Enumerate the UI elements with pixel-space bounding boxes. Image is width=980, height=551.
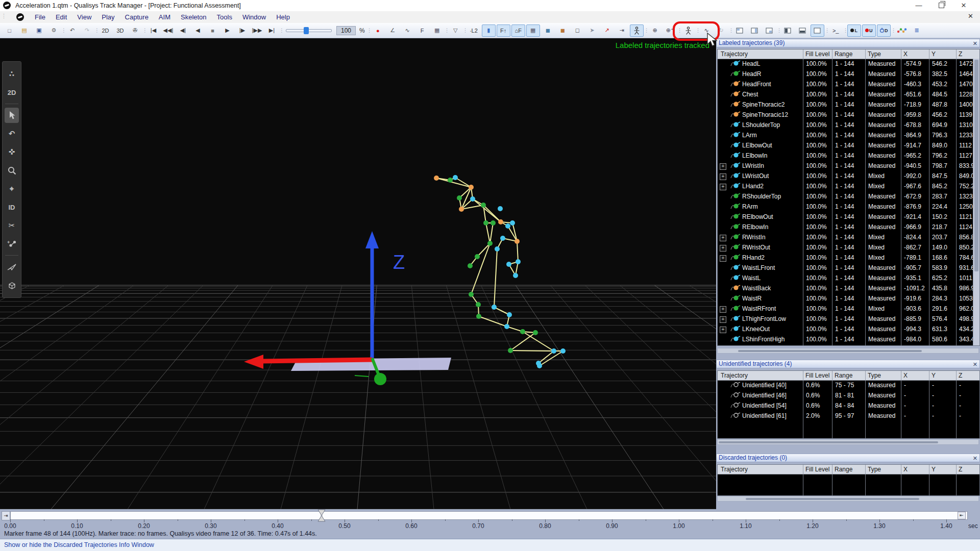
add-marker-tool-button[interactable]: + bbox=[5, 236, 19, 252]
cut-tool-button[interactable]: ✂ bbox=[5, 218, 19, 233]
column-type[interactable]: Type bbox=[868, 372, 881, 379]
marker-green[interactable] bbox=[520, 329, 525, 334]
labeled-panel-header[interactable]: Labeled trajectories (39) ✕ bbox=[716, 39, 980, 47]
layout-window-3-button[interactable] bbox=[763, 24, 776, 37]
trajectory-row[interactable]: WaistR100.0%1 - 144Measured-919.6284.310… bbox=[718, 293, 979, 304]
marker-green[interactable] bbox=[476, 302, 481, 307]
expand-icon[interactable]: + bbox=[720, 327, 726, 333]
go-to-start-button[interactable]: |◀ bbox=[146, 24, 160, 37]
video-camera-button[interactable]: ✇ bbox=[128, 24, 142, 37]
trajectory-row[interactable]: WaistBack100.0%1 - 144Measured-1091.2435… bbox=[718, 283, 979, 293]
column-z[interactable]: Z bbox=[959, 466, 962, 473]
layout-window-1-button[interactable] bbox=[733, 24, 747, 37]
column-trajectory[interactable]: Trajectory bbox=[721, 372, 748, 379]
column-y[interactable]: Y bbox=[932, 372, 936, 379]
camera-cube-orange-button[interactable]: ◼ bbox=[556, 24, 570, 37]
menu-aim[interactable]: AIM bbox=[154, 11, 176, 23]
translate-tool-button[interactable]: ✜ bbox=[5, 144, 19, 160]
expand-icon[interactable]: + bbox=[720, 255, 726, 262]
marker-green[interactable] bbox=[508, 348, 513, 353]
layout-window-6-button[interactable] bbox=[811, 24, 824, 37]
marker-cyan[interactable] bbox=[506, 262, 511, 267]
step-back-button[interactable]: ◀| bbox=[176, 24, 190, 37]
column-y[interactable]: Y bbox=[932, 466, 936, 473]
marker-cyan[interactable] bbox=[495, 246, 500, 252]
trajectory-row[interactable]: Unidentified [61]2.0%95 - 97Measured--- bbox=[718, 411, 979, 421]
column-y[interactable]: Y bbox=[932, 51, 936, 58]
trajectory-row[interactable]: +RWristOut100.0%1 - 144Mixed-862.7149.08… bbox=[718, 242, 979, 253]
qtm-menu-logo-icon[interactable] bbox=[16, 13, 24, 23]
marker-cyan[interactable] bbox=[453, 175, 458, 180]
column-fill-level[interactable]: Fill Level bbox=[805, 51, 829, 58]
unidentified-hscrollbar[interactable] bbox=[717, 439, 979, 445]
column-fill-level[interactable]: Fill Level bbox=[805, 372, 829, 379]
new-file-button[interactable]: □ bbox=[3, 24, 16, 37]
menu-file[interactable]: File bbox=[30, 11, 51, 23]
document-close-button[interactable]: ✕ bbox=[968, 12, 973, 20]
play-reverse-button[interactable]: ◀ bbox=[191, 24, 205, 37]
force-plate-button[interactable]: ⌂F bbox=[511, 24, 525, 37]
column-fill-level[interactable]: Fill Level bbox=[805, 466, 829, 473]
fast-rewind-button[interactable]: ◀◀| bbox=[161, 24, 175, 37]
identify-tool-button[interactable]: ID bbox=[5, 199, 19, 215]
trajectory-row[interactable]: HeadR100.0%1 - 144Measured-576.8382.5146… bbox=[718, 69, 979, 79]
marker-green[interactable] bbox=[483, 220, 488, 226]
trajectory-row[interactable]: Unidentified [54]0.6%84 - 84Measured--- bbox=[718, 400, 979, 411]
rotate-tool-button[interactable]: ↶ bbox=[5, 126, 19, 141]
marker-orange[interactable] bbox=[434, 176, 439, 181]
column-range[interactable]: Range bbox=[835, 51, 852, 58]
marker-cyan[interactable] bbox=[507, 312, 512, 317]
marker-size-button[interactable]: ▮ bbox=[482, 24, 496, 37]
labeled-trajectories-table[interactable]: TrajectoryFill LevelRangeTypeXYZHeadL100… bbox=[717, 49, 980, 346]
trajectory-row[interactable]: HeadL100.0%1 - 144Measured-574.9546.2147… bbox=[718, 59, 979, 69]
marker-cyan[interactable] bbox=[470, 196, 475, 202]
marker-green[interactable] bbox=[481, 203, 486, 208]
menu-tools[interactable]: Tools bbox=[212, 11, 237, 23]
expand-icon[interactable]: + bbox=[720, 163, 726, 170]
labeled-trajectories-window-button[interactable]: L bbox=[847, 24, 861, 37]
marker-green[interactable] bbox=[469, 292, 474, 297]
project-options-button[interactable]: ⚙ bbox=[47, 24, 61, 37]
close-button[interactable]: ✕ bbox=[952, 0, 975, 11]
marker-green[interactable] bbox=[448, 178, 453, 183]
view-2d-button[interactable]: 2D bbox=[99, 24, 112, 37]
menu-capture[interactable]: Capture bbox=[120, 11, 154, 23]
column-z[interactable]: Z bbox=[959, 372, 962, 379]
unidentified-panel-header[interactable]: Unidentified trajectories (4) ✕ bbox=[716, 360, 980, 368]
menu-edit[interactable]: Edit bbox=[51, 11, 72, 23]
trajectory-row[interactable]: +LWristIn100.0%1 - 144Measured-940.5798.… bbox=[718, 161, 979, 171]
trajectory-row[interactable]: LShoulderTop100.0%1 - 144Measured-678.86… bbox=[718, 120, 979, 130]
marker-green[interactable] bbox=[475, 254, 480, 259]
expand-icon[interactable]: + bbox=[720, 306, 726, 313]
marker-orange[interactable] bbox=[469, 185, 474, 190]
go-to-end-button[interactable]: ▶| bbox=[265, 24, 279, 37]
trajectory-row[interactable]: RShoulderTop100.0%1 - 144Measured-672.92… bbox=[718, 191, 979, 202]
trajectory-row[interactable]: WaistLFront100.0%1 - 144Measured-905.758… bbox=[718, 263, 979, 273]
step-forward-button[interactable]: |▶ bbox=[235, 24, 249, 37]
view-3d-button[interactable]: 3D bbox=[113, 24, 127, 37]
marker-cyan[interactable] bbox=[510, 220, 515, 226]
camera-cube-blue-button[interactable]: ◼ bbox=[541, 24, 555, 37]
column-z[interactable]: Z bbox=[959, 51, 962, 58]
discarded-panel-close-icon[interactable]: ✕ bbox=[973, 455, 977, 462]
labeled-vscrollbar[interactable] bbox=[973, 59, 979, 345]
record-button[interactable]: ● bbox=[371, 24, 385, 37]
trajectory-row[interactable]: SpineThoracic12100.0%1 - 144Measured-959… bbox=[718, 110, 979, 120]
trajectory-row[interactable]: LElbowOut100.0%1 - 144Measured-914.7849.… bbox=[718, 140, 979, 151]
trajectory-row[interactable]: +LWristOut100.0%1 - 144Mixed-992.0847.58… bbox=[718, 171, 979, 181]
trajectory-row[interactable]: +LKneeOut100.0%1 - 144Measured-994.3631.… bbox=[718, 324, 979, 334]
volume-tool-button[interactable] bbox=[5, 278, 19, 293]
expand-icon[interactable]: + bbox=[720, 173, 726, 180]
labeled-hscrollbar[interactable] bbox=[717, 348, 979, 354]
column-x[interactable]: X bbox=[903, 51, 908, 58]
menu-window[interactable]: Window bbox=[237, 11, 271, 23]
marker-green[interactable] bbox=[468, 263, 473, 268]
menu-help[interactable]: Help bbox=[271, 11, 295, 23]
menu-play[interactable]: Play bbox=[96, 11, 119, 23]
expand-icon[interactable]: + bbox=[720, 245, 726, 252]
marker-orange[interactable] bbox=[514, 239, 520, 244]
undo-button[interactable]: ↶ bbox=[65, 24, 79, 37]
trajectory-row[interactable]: SpineThoracic2100.0%1 - 144Measured-718.… bbox=[718, 99, 979, 110]
trajectory-row[interactable]: +LHand2100.0%1 - 144Mixed-967.6845.2752.… bbox=[718, 181, 979, 191]
trajectory-row[interactable]: RArm100.0%1 - 144Measured-876.9224.41250 bbox=[718, 202, 979, 212]
